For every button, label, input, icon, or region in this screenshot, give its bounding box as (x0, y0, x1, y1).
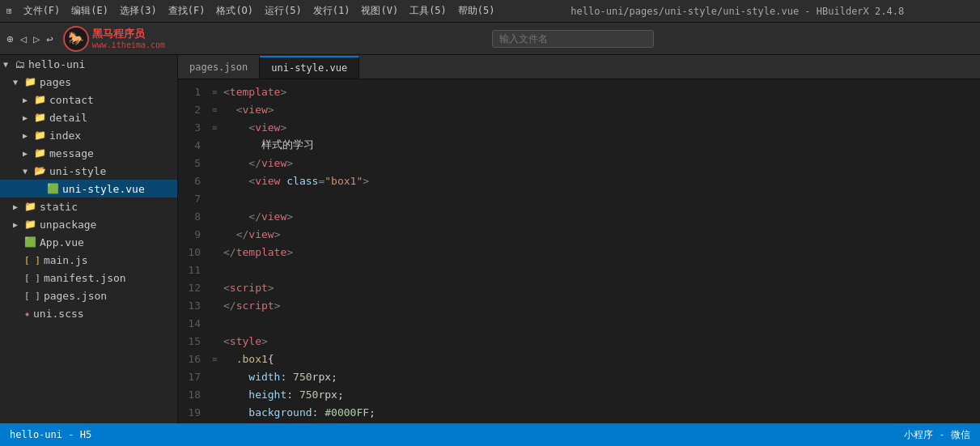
tab-uni-style-vue[interactable]: uni-style.vue (260, 56, 359, 79)
menu-select[interactable]: 选择(3) (115, 2, 162, 19)
sidebar-label-uni-style-vue: uni-style.vue (62, 183, 145, 195)
chevron-message: ▶ (23, 149, 34, 158)
sidebar-label-app-vue: App.vue (40, 236, 84, 248)
line-content-18: height: 750rpx; (220, 389, 344, 401)
window-controls: ⊞ (6, 6, 12, 16)
line-content-3: <view> (220, 121, 286, 134)
code-line-10: 10 </template> (178, 243, 980, 261)
menu-file[interactable]: 文件(F) (19, 2, 66, 19)
file-json-manifest-icon: [ ] (24, 273, 40, 283)
folder-message-icon: 📁 (34, 147, 46, 159)
toolbar-icon-4[interactable]: ↩ (46, 32, 53, 45)
line-number-17: 17 (178, 371, 209, 383)
chevron-unpackage: ▶ (13, 220, 24, 229)
sidebar-label-uni-scss: uni.scss (33, 308, 84, 320)
line-content-12: <script> (220, 282, 274, 294)
file-scss-icon: ⬥ (24, 308, 30, 319)
line-number-8: 8 (178, 210, 209, 223)
code-line-5: 5 </view> (178, 154, 980, 172)
line-number-15: 15 (178, 335, 209, 347)
sidebar-item-message[interactable]: ▶ 📁 message (0, 144, 177, 162)
line-number-4: 4 (178, 139, 209, 151)
sidebar-item-manifest-json[interactable]: ▶ [ ] manifest.json (0, 269, 177, 287)
logo-horse-icon: 🐎 (68, 31, 84, 46)
folder-open-icon: 🗂 (15, 58, 25, 70)
code-line-9: 9 </view> (178, 225, 980, 243)
line-number-1: 1 (178, 86, 209, 98)
tab-pages-json[interactable]: pages.json (178, 56, 260, 79)
folder-static-icon: 📁 (24, 201, 36, 212)
toolbar-icon-2[interactable]: ◁ (19, 32, 26, 45)
sidebar-item-main-js[interactable]: ▶ [ ] main.js (0, 251, 177, 269)
code-line-3: 3 ≡ <view> (178, 118, 980, 136)
code-line-18: 18 height: 750rpx; (178, 385, 980, 403)
line-fold-3[interactable]: ≡ (209, 123, 220, 132)
sidebar-label-detail: detail (49, 112, 87, 124)
line-number-2: 2 (178, 104, 209, 116)
sidebar-item-index[interactable]: ▶ 📁 index (0, 126, 177, 144)
menu-find[interactable]: 查找(F) (163, 2, 210, 19)
line-number-16: 16 (178, 353, 209, 365)
file-vue-icon: 🟩 (47, 183, 59, 194)
chevron-uni-style: ▼ (23, 167, 34, 176)
sidebar-item-unpackage[interactable]: ▶ 📁 unpackage (0, 215, 177, 233)
sidebar-item-contact[interactable]: ▶ 📁 contact (0, 91, 177, 108)
code-editor[interactable]: 1 ≡ <template> 2 ≡ <view> 3 ≡ <view> 4 (178, 79, 980, 423)
code-line-19: 19 background: #0000FF; (178, 403, 980, 421)
status-right: 小程序 - 微信 (904, 428, 970, 442)
line-fold-16[interactable]: ≡ (209, 355, 220, 363)
sidebar-item-uni-scss[interactable]: ▶ ⬥ uni.scss (0, 304, 177, 322)
sidebar: ▼ 🗂 hello-uni ▼ 📁 pages ▶ 📁 contact ▶ 📁 … (0, 55, 178, 423)
menu-run[interactable]: 运行(5) (260, 2, 307, 19)
sidebar-label-pages: pages (40, 76, 71, 88)
code-line-8: 8 </view> (178, 207, 980, 225)
line-content-5: </view> (220, 157, 293, 169)
line-content-16: .box1{ (220, 353, 274, 365)
sidebar-item-pages[interactable]: ▼ 📁 pages (0, 73, 177, 91)
line-fold-2[interactable]: ≡ (209, 105, 220, 114)
sidebar-label-unpackage: unpackage (40, 219, 96, 231)
sidebar-item-uni-style-vue[interactable]: ▶ 🟩 uni-style.vue (0, 180, 177, 198)
code-line-4: 4 样式的学习 (178, 136, 980, 154)
sidebar-item-detail[interactable]: ▶ 📁 detail (0, 108, 177, 126)
sidebar-label-index: index (49, 130, 81, 142)
sidebar-item-static[interactable]: ▶ 📁 static (0, 198, 177, 215)
sidebar-item-pages-json[interactable]: ▶ [ ] pages.json (0, 287, 177, 304)
file-json-pages-icon: [ ] (24, 291, 40, 301)
code-line-20: 20 • } (178, 421, 980, 423)
folder-pages-icon: 📁 (24, 76, 36, 87)
logo-subtext: www.itheima.com (92, 40, 165, 49)
tab-bar: pages.json uni-style.vue (178, 55, 980, 79)
line-number-12: 12 (178, 282, 209, 294)
sidebar-item-app-vue[interactable]: ▶ 🟩 App.vue (0, 233, 177, 251)
toolbar-bar: ⊕ ◁ ▷ ↩ 🐎 黑马程序员 www.itheima.com (0, 23, 980, 55)
chevron-contact: ▶ (23, 96, 34, 104)
chevron-index: ▶ (23, 131, 34, 140)
sidebar-item-uni-style[interactable]: ▼ 📂 uni-style (0, 162, 177, 180)
toolbar-icon-1[interactable]: ⊕ (6, 32, 13, 45)
line-content-13: </script> (220, 299, 280, 312)
line-fold-1[interactable]: ≡ (209, 87, 220, 96)
search-bar-area (172, 30, 974, 48)
toolbar-icon-3[interactable]: ▷ (33, 32, 40, 45)
menu-help[interactable]: 帮助(5) (453, 2, 500, 19)
menu-publish[interactable]: 发行(1) (308, 2, 355, 19)
sidebar-item-hello-uni[interactable]: ▼ 🗂 hello-uni (0, 55, 177, 73)
sidebar-label-hello-uni: hello-uni (28, 58, 85, 70)
code-line-15: 15 <style> (178, 332, 980, 350)
sidebar-label-message: message (49, 147, 94, 159)
menu-tools[interactable]: 工具(5) (405, 2, 452, 19)
code-line-14: 14 (178, 314, 980, 332)
line-content-10: </template> (220, 246, 293, 258)
menu-edit[interactable]: 编辑(E) (66, 2, 113, 19)
file-search-input[interactable] (492, 30, 654, 48)
file-js-icon: [ ] (24, 255, 40, 265)
code-line-1: 1 ≡ <template> (178, 83, 980, 100)
line-number-3: 3 (178, 121, 209, 134)
folder-contact-icon: 📁 (34, 94, 46, 105)
file-app-vue-icon: 🟩 (24, 236, 36, 248)
sidebar-label-static: static (40, 201, 78, 213)
menu-format[interactable]: 格式(O) (211, 2, 258, 19)
menu-view[interactable]: 视图(V) (356, 2, 403, 19)
folder-uni-style-icon: 📂 (34, 165, 46, 176)
